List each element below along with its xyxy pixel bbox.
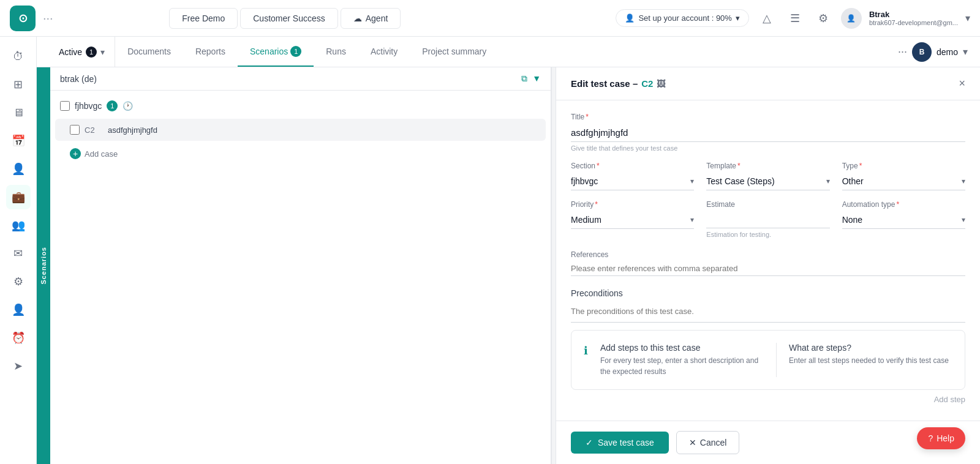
cloud-icon: ☁ [353,13,362,23]
section-select[interactable]: fjhbvgc ▾ [571,173,694,190]
sidebar-profile-icon[interactable]: 👤 [6,297,31,322]
edit-form: Title * Give title that defines your tes… [556,100,980,421]
info-right-title: What are steps? [789,343,952,353]
panel-layout: Scenarios btrak (de) ⧉ ▼ [37,67,980,464]
template-select[interactable]: Test Case (Steps) ▾ [706,173,829,190]
scenario-group-header[interactable]: fjhbvgc 1 🕐 [55,95,546,116]
sidebar-mail-icon[interactable]: ✉ [6,241,31,266]
help-button[interactable]: ? Help [917,427,965,449]
case-title: asdfghjmjhgfd [108,125,157,135]
setup-button[interactable]: 👤 Set up your account : 90% ▾ [616,9,748,27]
section-select-display[interactable]: fjhbvgc ▾ [571,173,694,190]
edit-image-icon: 🖼 [657,79,665,89]
settings-icon-button[interactable]: ⚙ [813,8,834,29]
nav-right-area: ··· B demo ▾ [898,42,968,62]
save-button[interactable]: ✓ Save test case [571,432,669,454]
tab-runs[interactable]: Runs [314,37,358,67]
btrak-icons: ⧉ ▼ [521,73,541,84]
free-demo-button[interactable]: Free Demo [169,8,238,29]
user-name: Btrak [869,10,958,19]
case-id: C2 [85,125,103,135]
sidebar-clock-icon[interactable]: ⏰ [6,326,31,350]
user-chevron-icon: ▾ [965,12,970,24]
template-select-display[interactable]: Test Case (Steps) ▾ [706,173,829,190]
automation-select[interactable]: None ▾ [842,211,965,229]
user-email: btrak607-development@gm... [869,19,958,26]
close-button[interactable]: × [959,77,965,90]
nav-center: Free Demo Customer Success ☁ Agent [169,8,401,29]
content-area: Active 1 ▾ Documents Reports Scenarios 1… [37,37,980,464]
sidebar-calendar-icon[interactable]: 📅 [6,129,31,153]
top-navigation: ⊙ ··· Free Demo Customer Success ☁ Agent… [0,0,980,37]
nav-dots[interactable]: ··· [43,11,53,25]
panel-divider[interactable] [551,67,556,464]
type-chevron-icon: ▾ [962,177,965,185]
x-icon: ✕ [689,438,696,447]
estimate-hint: Estimation for testing. [706,231,829,238]
template-chevron-icon: ▾ [826,177,830,185]
automation-select-display[interactable]: None ▾ [842,211,965,229]
section-chevron-icon: ▾ [690,177,694,185]
type-select-display[interactable]: Other ▾ [842,173,965,190]
more-options-icon[interactable]: ··· [898,45,907,58]
sidebar-user-icon[interactable]: 👤 [6,157,31,181]
sidebar-home-icon[interactable]: ⏱ [6,44,31,69]
customer-success-button[interactable]: Customer Success [240,8,337,29]
copy-icon[interactable]: ⧉ [521,73,527,84]
references-input[interactable] [571,261,965,276]
priority-select-display[interactable]: Medium ▾ [571,211,694,229]
alert-icon-button[interactable]: △ [756,8,777,29]
preconditions-input[interactable] [571,303,965,323]
scenario-count-badge: 1 [107,100,118,111]
main-layout: ⏱ ⊞ 🖥 📅 👤 💼 👥 ✉ ⚙ 👤 ⏰ ➤ Active 1 ▾ Docum… [0,37,980,464]
demo-avatar: B [912,42,932,62]
sidebar-team-icon[interactable]: 👥 [6,213,31,238]
type-field: Type * Other ▾ [842,162,965,190]
help-label: Help [937,433,954,443]
add-step-link[interactable]: Add step [571,395,965,404]
secondary-navigation: Active 1 ▾ Documents Reports Scenarios 1… [37,37,980,67]
case-id-badge: C2 [641,78,653,89]
tab-reports[interactable]: Reports [183,37,238,67]
scenario-checkbox[interactable] [60,101,70,111]
tab-project-summary[interactable]: Project summary [410,37,499,67]
user-avatar[interactable]: 👤 [841,8,862,29]
filter-icon[interactable]: ▼ [532,73,541,84]
info-content: Add steps to this test case For every te… [600,343,764,377]
priority-select[interactable]: Medium ▾ [571,211,694,229]
right-panel: Edit test case – C2 🖼 × Title * [556,67,980,464]
estimate-input[interactable] [706,211,829,228]
add-case-button[interactable]: + Add case [55,143,546,164]
scenarios-tab[interactable]: Scenarios [37,67,50,464]
type-select[interactable]: Other ▾ [842,173,965,190]
active-filter[interactable]: Active 1 ▾ [49,37,115,67]
title-input[interactable] [571,124,965,142]
clock-icon: 🕐 [123,101,133,111]
sidebar-dashboard-icon[interactable]: ⊞ [6,72,31,97]
estimate-field: Estimate Estimation for testing. [706,200,829,238]
logo-button[interactable]: ⊙ [10,6,36,31]
agent-button[interactable]: ☁ Agent [341,8,401,29]
sidebar-send-icon[interactable]: ➤ [6,354,31,378]
tab-documents[interactable]: Documents [115,37,183,67]
btrak-title: btrak (de) [60,74,97,84]
priority-chevron-icon: ▾ [690,215,694,224]
case-row[interactable]: C2 asdfghjmjhgfd [55,119,546,141]
scenario-name: fjhbvgc [75,101,102,111]
type-label: Type * [842,162,965,170]
info-divider [776,343,777,377]
user-info[interactable]: Btrak btrak607-development@gm... [869,10,958,26]
sidebar-icons: ⏱ ⊞ 🖥 📅 👤 💼 👥 ✉ ⚙ 👤 ⏰ ➤ [0,37,37,464]
case-checkbox[interactable] [70,125,80,135]
sidebar-briefcase-icon[interactable]: 💼 [6,185,31,209]
info-right: What are steps? Enter all test steps nee… [789,343,952,377]
tab-activity[interactable]: Activity [358,37,410,67]
sidebar-tv-icon[interactable]: 🖥 [6,100,31,125]
chevron-down-icon: ▾ [736,13,740,23]
document-icon-button[interactable]: ☰ [785,8,805,29]
tab-scenarios[interactable]: Scenarios 1 [238,37,314,67]
cancel-button[interactable]: ✕ Cancel [676,431,740,454]
left-panel: Scenarios btrak (de) ⧉ ▼ [37,67,551,464]
avatar-image: 👤 [846,14,856,23]
sidebar-settings-icon[interactable]: ⚙ [6,269,31,294]
